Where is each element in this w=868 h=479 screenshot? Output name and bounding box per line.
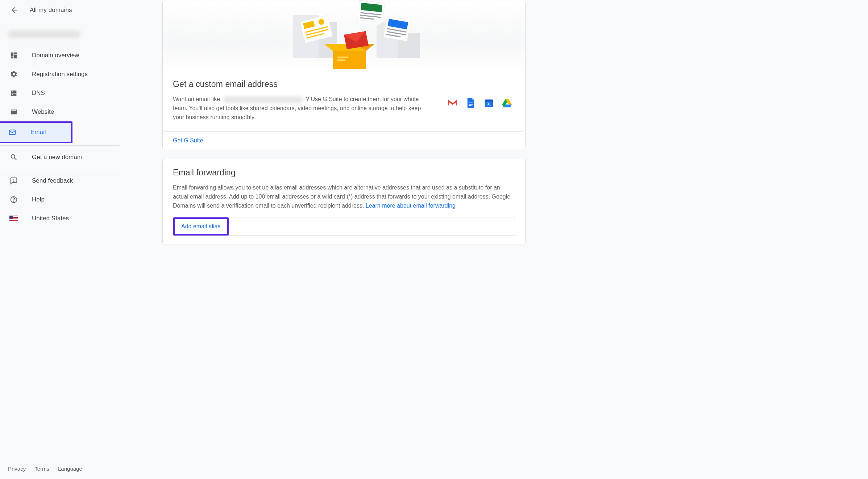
learn-more-link[interactable]: Learn more about email forwarding (366, 203, 456, 209)
footer-language[interactable]: Language (58, 466, 82, 472)
nav-label: Help (32, 196, 45, 203)
sidebar-item-send-feedback[interactable]: Send feedback (0, 171, 117, 190)
gsuite-app-icons: 31 (448, 95, 515, 108)
forwarding-text-body: Email forwarding allows you to set up al… (173, 184, 510, 209)
us-flag-icon (9, 214, 18, 223)
sidebar-nav: Domain overview Registration settings DN… (0, 45, 120, 228)
website-icon (9, 108, 18, 116)
sidebar-item-region[interactable]: United States (0, 209, 117, 228)
svg-rect-36 (485, 100, 493, 102)
custom-email-actions: Get G Suite (163, 131, 525, 150)
gear-icon (9, 70, 18, 79)
nav-label: Get a new domain (32, 154, 82, 161)
domain-name-redacted (8, 30, 80, 38)
custom-email-title: Get a custom email address (173, 79, 515, 89)
gmail-icon (448, 98, 458, 108)
main-content: Get a custom email address Want an email… (120, 0, 526, 479)
footer-terms[interactable]: Terms (34, 466, 49, 472)
sidebar-title: All my domains (30, 7, 72, 14)
sidebar-item-dns[interactable]: DNS (0, 84, 117, 103)
svg-text:31: 31 (487, 102, 491, 106)
sidebar-header: All my domains (0, 0, 120, 22)
svg-point-4 (13, 201, 14, 201)
forwarding-text: Email forwarding allows you to set up al… (173, 183, 515, 210)
sidebar-item-website[interactable]: Website (0, 103, 117, 121)
custom-email-illustration (163, 0, 525, 71)
docs-icon (466, 98, 476, 108)
sidebar: All my domains Domain overview Registrat… (0, 0, 120, 479)
nav-label: Domain overview (32, 52, 79, 59)
add-alias-highlight: Add email alias (173, 217, 229, 236)
nav-label: Send feedback (32, 177, 73, 184)
back-arrow-icon[interactable] (10, 6, 19, 14)
custom-email-card: Get a custom email address Want an email… (162, 0, 526, 150)
sidebar-item-domain-overview[interactable]: Domain overview (0, 46, 117, 65)
email-icon (8, 128, 17, 137)
feedback-icon (9, 176, 18, 185)
email-forwarding-card: Email forwarding Email forwarding allows… (162, 159, 526, 245)
calendar-icon: 31 (484, 98, 494, 108)
svg-point-2 (13, 181, 14, 182)
forwarding-title: Email forwarding (173, 168, 515, 178)
sidebar-item-registration-settings[interactable]: Registration settings (0, 65, 117, 84)
svg-rect-32 (469, 103, 473, 103)
dns-icon (9, 89, 18, 97)
drive-icon (502, 98, 512, 108)
svg-rect-33 (469, 104, 473, 105)
custom-email-text-pre: Want an email like (173, 96, 222, 102)
alias-row: Add email alias (173, 217, 515, 236)
custom-email-text: Want an email like ? Use G Suite to crea… (173, 95, 433, 122)
nav-label: DNS (32, 89, 45, 97)
nav-label: Registration settings (32, 71, 88, 78)
sidebar-item-email[interactable]: Email (0, 121, 72, 143)
nav-label: Website (32, 108, 54, 116)
example-email-redacted (223, 96, 303, 103)
nav-label: United States (32, 215, 69, 222)
svg-rect-12 (337, 57, 348, 58)
sidebar-item-get-new-domain[interactable]: Get a new domain (0, 148, 117, 167)
search-icon (9, 153, 18, 162)
sidebar-footer: Privacy Terms Language (0, 458, 120, 479)
nav-label: Email (30, 129, 46, 136)
footer-privacy[interactable]: Privacy (8, 466, 26, 472)
help-icon (9, 195, 18, 204)
svg-rect-13 (337, 59, 345, 61)
add-email-alias-button[interactable]: Add email alias (181, 223, 221, 229)
get-gsuite-button[interactable]: Get G Suite (173, 137, 203, 144)
sidebar-item-help[interactable]: Help (0, 190, 117, 209)
dashboard-icon (9, 51, 18, 60)
svg-rect-34 (469, 105, 472, 106)
